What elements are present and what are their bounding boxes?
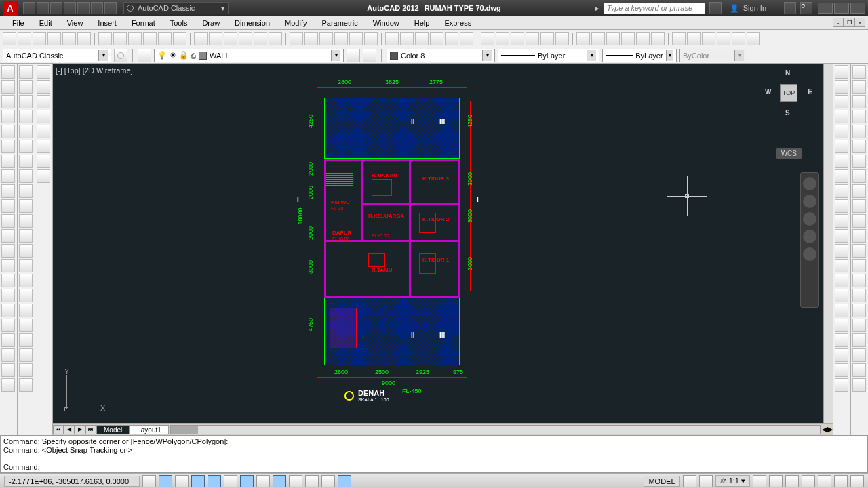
annotation-scale[interactable]: ⚖ 1:1 ▾ [715,475,750,487]
draw-tool-13[interactable] [1,259,15,272]
modify-tool-13[interactable] [19,259,33,272]
modify-tool-8[interactable] [19,184,33,198]
modify-tool-4[interactable] [19,125,33,138]
qat-new-icon[interactable] [23,2,35,14]
quickview-layouts-icon[interactable] [683,475,696,487]
rtool1-20[interactable] [835,363,848,377]
toolbar-button-35[interactable] [555,32,569,45]
coordinates-display[interactable]: -2.1771E+06, -305017.6163, 0.0000 [4,476,140,487]
wcs-badge[interactable]: WCS [776,148,802,159]
qat-undo-icon[interactable] [91,2,103,14]
zoom-icon[interactable] [803,212,816,226]
toolbar-button-24[interactable] [385,32,399,45]
rtool1-14[interactable] [835,274,848,287]
qat-saveas-icon[interactable] [64,2,76,14]
menu-help[interactable]: Help [408,18,437,28]
color-combo[interactable]: Color 8 [387,49,495,62]
toolbar-button-44[interactable] [702,32,715,45]
toolbar-button-15[interactable] [239,32,252,45]
toolbar-button-31[interactable] [496,32,509,45]
minimize-button[interactable] [818,3,833,14]
toolbar-button-47[interactable] [747,32,760,45]
menu-express[interactable]: Express [437,18,478,28]
toolbar-button-12[interactable] [194,32,208,45]
modify-tool-14[interactable] [19,274,33,287]
menu-window[interactable]: Window [366,18,406,28]
ortho-mode-icon[interactable] [175,475,189,487]
3dosnap-mode-icon[interactable] [224,475,237,487]
rtool2-19[interactable] [852,348,866,362]
qp-mode-icon[interactable] [321,475,335,487]
menu-file[interactable]: File [5,18,31,28]
otrack-mode-icon[interactable] [240,475,254,487]
order-tool-5[interactable] [37,140,50,153]
toolbar-button-19[interactable] [304,32,318,45]
toolbar-button-1[interactable] [18,32,31,45]
toolbar-button-26[interactable] [415,32,429,45]
sc-mode-icon[interactable] [338,475,351,487]
osnap-mode-icon[interactable] [208,475,221,487]
quickview-drawings-icon[interactable] [699,475,713,487]
order-tool-2[interactable] [37,95,50,108]
mdi-restore[interactable]: ❐ [844,18,854,27]
lwt-mode-icon[interactable] [289,475,302,487]
mdi-close[interactable]: × [854,18,865,27]
toolbar-button-34[interactable] [540,32,554,45]
menu-view[interactable]: View [60,18,90,28]
viewcube[interactable]: N E S W TOP [765,69,812,117]
modify-tool-17[interactable] [19,319,33,332]
ducs-mode-icon[interactable] [256,475,270,487]
linetype-combo[interactable]: ByLayer [498,49,599,62]
annotation-visibility-icon[interactable] [753,475,766,487]
toolbar-button-43[interactable] [687,32,701,45]
workspace-settings-icon[interactable] [114,49,127,62]
rtool2-2[interactable] [852,95,866,108]
rtool2-12[interactable] [852,244,866,258]
steering-wheel-icon[interactable] [803,177,816,190]
menu-tools[interactable]: Tools [163,18,195,28]
tpy-mode-icon[interactable] [305,475,319,487]
isolate-objects-icon[interactable] [834,475,848,487]
modify-tool-15[interactable] [19,289,33,302]
menu-insert[interactable]: Insert [91,18,123,28]
qat-redo-icon[interactable] [104,2,117,14]
clean-screen-icon[interactable] [850,475,864,487]
toolbar-button-8[interactable] [128,32,142,45]
rtool2-10[interactable] [852,214,866,228]
rtool2-21[interactable] [852,378,866,392]
toolbar-button-2[interactable] [33,32,46,45]
viewport-label[interactable]: [-] [Top] [2D Wireframe] [56,66,133,75]
draw-tool-10[interactable] [1,214,15,228]
toolbar-button-25[interactable] [400,32,414,45]
toolbar-button-6[interactable] [98,32,112,45]
rtool1-0[interactable] [835,65,848,79]
rtool1-19[interactable] [835,348,848,362]
modify-tool-6[interactable] [19,155,33,168]
toolbar-button-14[interactable] [224,32,237,45]
toolbar-button-32[interactable] [511,32,524,45]
workspace-selector[interactable]: AutoCAD Classic ▾ [123,2,229,14]
modify-tool-5[interactable] [19,140,33,153]
draw-tool-0[interactable] [1,65,15,79]
modify-tool-21[interactable] [19,378,33,392]
modify-tool-10[interactable] [19,214,33,228]
lineweight-combo[interactable]: ByLayer [602,49,677,62]
search-button-icon[interactable] [709,2,722,14]
toolbar-button-38[interactable] [606,32,620,45]
annotation-autoscale-icon[interactable] [769,475,783,487]
rtool1-9[interactable] [835,199,848,213]
toolbar-button-37[interactable] [591,32,605,45]
draw-tool-5[interactable] [1,140,15,153]
menu-draw[interactable]: Draw [195,18,226,28]
rtool2-5[interactable] [852,140,866,153]
draw-tool-6[interactable] [1,155,15,168]
rtool1-11[interactable] [835,229,848,243]
menu-parametric[interactable]: Parametric [315,18,364,28]
draw-tool-17[interactable] [1,319,15,332]
draw-tool-18[interactable] [1,333,15,347]
rtool1-12[interactable] [835,244,848,258]
toolbar-button-45[interactable] [717,32,730,45]
draw-tool-1[interactable] [1,80,15,94]
draw-tool-20[interactable] [1,363,15,377]
order-tool-4[interactable] [37,125,50,138]
